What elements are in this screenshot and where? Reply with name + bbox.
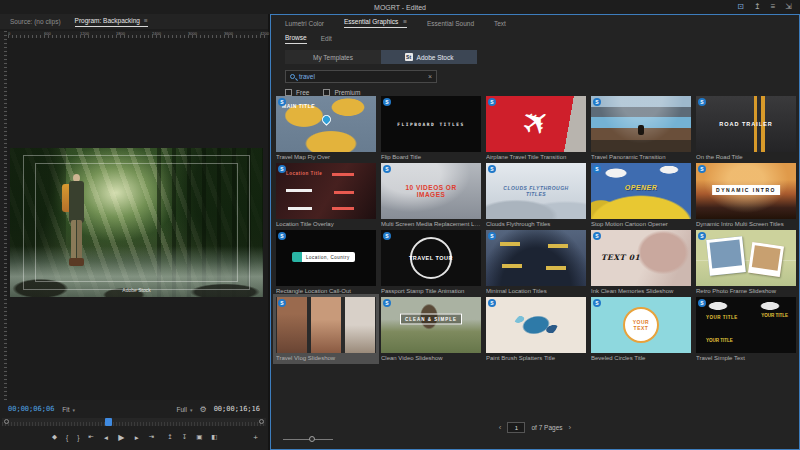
template-thumbnail[interactable]: S	[486, 297, 586, 353]
panel-tab-lumetri-color[interactable]: Lumetri Color	[285, 20, 324, 27]
template-thumbnail[interactable]: SROAD TRAILER	[696, 96, 796, 152]
template-item[interactable]: SDYNAMIC INTRODynamic Intro Multi Screen…	[696, 163, 796, 227]
template-thumbnail[interactable]: SOPENER	[591, 163, 691, 219]
chevron-down-icon: ▾	[190, 407, 193, 413]
template-item[interactable]: SMinimal Location Titles	[486, 230, 586, 294]
step-back-icon[interactable]: ◄	[103, 434, 109, 441]
template-item[interactable]: SMAIN TITLETravel Map Fly Over	[276, 96, 376, 160]
settings-wrench-icon[interactable]: ⚙	[199, 405, 206, 414]
template-art-text: OPENER	[591, 183, 691, 190]
monitor-tab-1[interactable]: Program: Backpacking≡	[75, 17, 148, 27]
template-item[interactable]: SCLEAN & SIMPLEClean Video Slideshow	[381, 297, 481, 361]
adobe-stock-icon: St	[405, 53, 413, 61]
template-item[interactable]: S10 VIDEOS OR IMAGESMulti Screen Media R…	[381, 163, 481, 227]
page-number-input[interactable]: 1	[507, 422, 525, 433]
template-thumbnail[interactable]: SYOUR TEXT	[591, 297, 691, 353]
template-item[interactable]: SYOUR TEXTBeveled Circles Title	[591, 297, 691, 361]
adobe-stock-badge: S	[488, 232, 496, 240]
adobe-stock-badge: S	[278, 165, 286, 173]
template-thumbnail[interactable]: STEXT 01	[591, 230, 691, 286]
template-thumbnail[interactable]: S	[591, 96, 691, 152]
panel-menu-icon[interactable]: ≡	[403, 18, 407, 25]
checkbox-label: Free	[296, 89, 309, 96]
free-filter-checkbox[interactable]: Free	[285, 89, 309, 96]
playhead[interactable]	[105, 418, 112, 426]
ruler-label: 2400	[152, 31, 188, 38]
template-thumbnail[interactable]: SMAIN TITLE	[276, 96, 376, 152]
template-thumbnail[interactable]: SDYNAMIC INTRO	[696, 163, 796, 219]
template-item[interactable]: STravel Panoramic Transition	[591, 96, 691, 160]
workspace-icon[interactable]: ⊡	[737, 0, 744, 14]
thumbnail-size-slider[interactable]	[283, 436, 333, 443]
panel-tab-essential-graphics[interactable]: Essential Graphics≡	[344, 18, 407, 28]
play-icon[interactable]: ▶	[118, 433, 124, 442]
checkbox-icon[interactable]	[323, 89, 330, 96]
mark-in-icon[interactable]: {	[66, 434, 68, 441]
step-forward-icon[interactable]: ►	[133, 434, 139, 441]
premium-filter-checkbox[interactable]: Premium	[323, 89, 360, 96]
panel-menu-icon[interactable]: ≡	[144, 17, 148, 24]
template-item[interactable]: SPaint Brush Splatters Title	[486, 297, 586, 361]
template-item[interactable]: STRAVEL TOURPassport Stamp Title Animati…	[381, 230, 481, 294]
template-thumbnail[interactable]: SLocation Title	[276, 163, 376, 219]
extract-icon[interactable]: ↧	[182, 433, 187, 441]
checkbox-icon[interactable]	[285, 89, 292, 96]
export-frame-icon[interactable]: ▣	[196, 433, 202, 441]
list-icon[interactable]: ≡	[771, 0, 776, 14]
mark-out-icon[interactable]: }	[77, 434, 79, 441]
template-thumbnail[interactable]: SFLIPBOARD TITLES	[381, 96, 481, 152]
go-to-in-icon[interactable]: ⇤	[88, 433, 93, 441]
template-thumbnail[interactable]: S	[276, 297, 376, 353]
template-item[interactable]: SROAD TRAILEROn the Road Title	[696, 96, 796, 160]
playback-resolution-dropdown[interactable]: Full▾	[176, 406, 192, 413]
fullscreen-icon[interactable]: ⇲	[785, 0, 792, 14]
lift-icon[interactable]: ↥	[167, 433, 172, 441]
add-marker-icon[interactable]: ◆	[52, 433, 57, 441]
button-editor-icon[interactable]: +	[253, 433, 258, 442]
panel-tab-text[interactable]: Text	[494, 20, 506, 27]
slider-handle[interactable]	[309, 436, 315, 442]
tab-browse[interactable]: Browse	[285, 34, 307, 44]
template-thumbnail[interactable]: S	[486, 230, 586, 286]
window-title: MOGRT - Edited	[0, 4, 800, 11]
template-item[interactable]: SRetro Photo Frame Slideshow	[696, 230, 796, 294]
template-thumbnail[interactable]: SCLEAN & SIMPLE	[381, 297, 481, 353]
template-thumbnail[interactable]: SYOUR TITLE	[696, 297, 796, 353]
timeline-scrubber[interactable]	[2, 418, 266, 426]
template-item[interactable]: SAirplane Travel Title Transition	[486, 96, 586, 160]
template-item[interactable]: SYOUR TITLETravel Simple Text	[696, 297, 796, 361]
my-templates-button[interactable]: My Templates	[285, 50, 381, 64]
template-item[interactable]: SLocation, CountryRectangle Location Cal…	[276, 230, 376, 294]
template-item[interactable]: SOPENERStop Motion Cartoon Opener	[591, 163, 691, 227]
clear-search-icon[interactable]: ×	[428, 73, 432, 80]
adobe-stock-badge: S	[593, 165, 601, 173]
next-page-icon[interactable]: ›	[569, 423, 572, 432]
template-title: Travel Simple Text	[696, 355, 796, 361]
adobe-stock-button[interactable]: StAdobe Stock	[381, 50, 477, 64]
search-value[interactable]: travel	[299, 73, 424, 80]
template-thumbnail[interactable]: SLocation, Country	[276, 230, 376, 286]
go-to-out-icon[interactable]: ⇥	[149, 433, 154, 441]
template-title: Location Title Overlay	[276, 221, 376, 227]
current-timecode[interactable]: 00;00;06;06	[8, 405, 54, 413]
quick-export-icon[interactable]: ↥	[754, 0, 761, 14]
template-item[interactable]: SLocation TitleLocation Title Overlay	[276, 163, 376, 227]
template-item[interactable]: STEXT 01Ink Clean Memories Slideshow	[591, 230, 691, 294]
template-thumbnail[interactable]: SCLOUDS FLYTHROUGH TITLES	[486, 163, 586, 219]
comparison-view-icon[interactable]: ◧	[211, 433, 217, 441]
monitor-tab-0[interactable]: Source: (no clips)	[10, 18, 61, 25]
template-thumbnail[interactable]: STRAVEL TOUR	[381, 230, 481, 286]
search-input[interactable]: travel ×	[285, 70, 437, 83]
prev-page-icon[interactable]: ‹	[499, 423, 502, 432]
template-thumbnail[interactable]: S	[696, 230, 796, 286]
template-item[interactable]: SFLIPBOARD TITLESFlip Board Title	[381, 96, 481, 160]
adobe-stock-badge: S	[488, 165, 496, 173]
panel-tab-essential-sound[interactable]: Essential Sound	[427, 20, 474, 27]
zoom-level-dropdown[interactable]: Fit▾	[62, 406, 75, 413]
template-item[interactable]: SCLOUDS FLYTHROUGH TITLESClouds Flythrou…	[486, 163, 586, 227]
tab-edit[interactable]: Edit	[321, 35, 332, 42]
template-thumbnail[interactable]: S10 VIDEOS OR IMAGES	[381, 163, 481, 219]
program-video-preview[interactable]: Adobe Stock	[10, 148, 263, 297]
template-thumbnail[interactable]: S	[486, 96, 586, 152]
template-item[interactable]: STravel Vlog Slideshow	[276, 297, 376, 361]
